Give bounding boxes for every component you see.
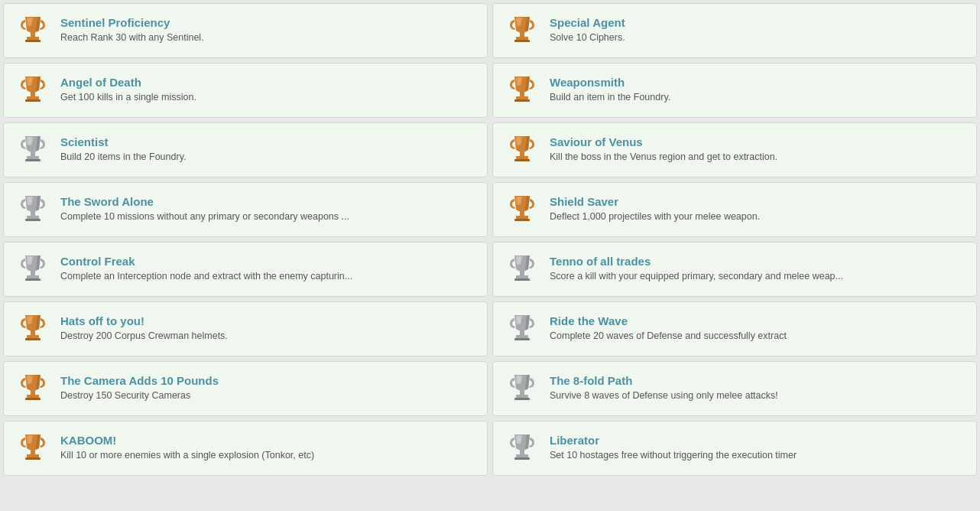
svg-rect-62 [514, 457, 530, 460]
achievement-desc-special-agent: Solve 10 Ciphers. [550, 31, 625, 45]
achievement-desc-the-sword-alone: Complete 10 missions without any primary… [60, 210, 349, 224]
svg-rect-0 [31, 31, 35, 37]
achievement-title-camera-adds-10-pounds: The Camera Adds 10 Pounds [60, 374, 219, 387]
achievement-the-sword-alone: The Sword Alone Complete 10 missions wit… [3, 182, 488, 237]
achievement-desc-kaboom: Kill 10 or more enemies with a single ex… [60, 449, 314, 463]
achievement-text-angel-of-death: Angel of Death Get 100 kills in a single… [60, 76, 196, 105]
svg-rect-46 [514, 338, 530, 340]
svg-point-27 [28, 197, 31, 203]
svg-rect-41 [27, 335, 39, 338]
achievement-title-the-8-fold-path: The 8-fold Path [550, 374, 778, 387]
achievement-text-sentinel-proficiency: Sentinel Proficiency Reach Rank 30 with … [60, 16, 204, 45]
achievement-special-agent: Special Agent Solve 10 Ciphers. [492, 3, 977, 58]
svg-rect-33 [27, 275, 39, 278]
svg-point-59 [28, 436, 31, 442]
achievement-desc-weaponsmith: Build an item in the Foundry. [550, 91, 670, 105]
achievement-control-freak: Control Freak Complete an Interception n… [3, 242, 488, 297]
trophy-icon-sentinel-proficiency [15, 12, 51, 49]
svg-rect-48 [31, 389, 35, 395]
achievement-text-saviour-of-venus: Saviour of Venus Kill the boss in the Ve… [550, 135, 777, 164]
svg-rect-42 [25, 338, 41, 340]
achievement-desc-control-freak: Complete an Interception node and extrac… [60, 270, 352, 284]
svg-rect-22 [514, 159, 530, 161]
achievement-title-tenno-of-all-trades: Tenno of all trades [550, 255, 843, 268]
trophy-icon-weaponsmith [504, 72, 540, 109]
svg-rect-45 [516, 335, 528, 338]
achievement-title-weaponsmith: Weaponsmith [550, 76, 670, 89]
achievement-text-hats-off-to-you: Hats off to you! Destroy 200 Corpus Crew… [60, 314, 228, 343]
trophy-icon-angel-of-death [15, 72, 51, 109]
trophy-icon-saviour-of-venus [504, 132, 540, 168]
svg-rect-18 [25, 159, 41, 161]
achievement-desc-angel-of-death: Get 100 kills in a single mission. [60, 91, 196, 105]
svg-rect-16 [31, 150, 35, 156]
svg-rect-37 [516, 275, 528, 278]
svg-rect-53 [516, 395, 528, 398]
achievement-text-weaponsmith: Weaponsmith Build an item in the Foundry… [550, 76, 670, 105]
achievement-title-kaboom: KABOOM! [60, 434, 314, 447]
achievement-text-kaboom: KABOOM! Kill 10 or more enemies with a s… [60, 434, 314, 463]
svg-rect-17 [27, 156, 39, 159]
svg-point-31 [518, 197, 521, 203]
achievement-shield-saver: Shield Saver Deflect 1,000 projectiles w… [492, 182, 977, 237]
svg-point-19 [28, 138, 31, 144]
svg-rect-6 [514, 40, 530, 42]
achievement-sentinel-proficiency: Sentinel Proficiency Reach Rank 30 with … [3, 3, 488, 58]
svg-rect-28 [520, 210, 524, 216]
achievement-title-ride-the-wave: Ride the Wave [550, 314, 787, 327]
svg-rect-60 [520, 448, 524, 454]
achievement-title-special-agent: Special Agent [550, 16, 625, 29]
svg-point-39 [518, 257, 521, 263]
svg-rect-38 [514, 278, 530, 281]
achievement-camera-adds-10-pounds: The Camera Adds 10 Pounds Destroy 150 Se… [3, 361, 488, 416]
achievement-desc-saviour-of-venus: Kill the boss in the Venus region and ge… [550, 151, 777, 164]
achievement-title-control-freak: Control Freak [60, 255, 352, 268]
svg-rect-9 [27, 96, 39, 99]
svg-rect-4 [520, 31, 524, 37]
svg-point-63 [518, 436, 521, 442]
trophy-icon-shield-saver [504, 191, 540, 228]
achievement-text-ride-the-wave: Ride the Wave Complete 20 waves of Defen… [550, 314, 787, 343]
achievement-weaponsmith: Weaponsmith Build an item in the Foundry… [492, 63, 977, 118]
svg-point-35 [28, 257, 31, 263]
trophy-icon-kaboom [15, 430, 51, 467]
svg-rect-50 [25, 398, 41, 400]
svg-rect-13 [516, 96, 528, 99]
svg-point-11 [28, 78, 31, 84]
svg-rect-54 [514, 398, 530, 400]
achievement-kaboom: KABOOM! Kill 10 or more enemies with a s… [3, 421, 488, 476]
svg-point-15 [518, 78, 521, 84]
achievement-desc-liberator: Set 10 hostages free without triggering … [550, 449, 797, 463]
achievement-angel-of-death: Angel of Death Get 100 kills in a single… [3, 63, 488, 118]
achievement-title-scientist: Scientist [60, 135, 186, 148]
achievement-title-liberator: Liberator [550, 434, 797, 447]
achievement-desc-ride-the-wave: Complete 20 waves of Defense and success… [550, 330, 787, 343]
svg-point-23 [518, 138, 521, 144]
svg-point-43 [28, 317, 31, 323]
achievement-desc-tenno-of-all-trades: Score a kill with your equipped primary,… [550, 270, 843, 284]
achievement-title-the-sword-alone: The Sword Alone [60, 195, 349, 208]
achievement-text-scientist: Scientist Build 20 items in the Foundry. [60, 135, 186, 164]
trophy-icon-liberator [504, 430, 540, 467]
achievement-title-shield-saver: Shield Saver [550, 195, 760, 208]
achievement-liberator: Liberator Set 10 hostages free without t… [492, 421, 977, 476]
achievement-tenno-of-all-trades: Tenno of all trades Score a kill with yo… [492, 242, 977, 297]
svg-rect-49 [27, 395, 39, 398]
svg-rect-58 [25, 457, 41, 460]
svg-rect-8 [31, 90, 35, 96]
achievement-text-liberator: Liberator Set 10 hostages free without t… [550, 434, 797, 463]
svg-point-51 [28, 376, 31, 382]
achievement-desc-hats-off-to-you: Destroy 200 Corpus Crewman helmets. [60, 330, 228, 343]
svg-rect-24 [31, 210, 35, 216]
svg-point-55 [518, 376, 521, 382]
achievement-saviour-of-venus: Saviour of Venus Kill the boss in the Ve… [492, 122, 977, 177]
svg-rect-52 [520, 389, 524, 395]
achievement-text-the-sword-alone: The Sword Alone Complete 10 missions wit… [60, 195, 349, 224]
svg-rect-12 [520, 90, 524, 96]
svg-rect-5 [516, 37, 528, 40]
trophy-icon-hats-off-to-you [15, 311, 51, 347]
achievement-text-special-agent: Special Agent Solve 10 Ciphers. [550, 16, 625, 45]
achievements-grid: Sentinel Proficiency Reach Rank 30 with … [3, 3, 977, 476]
svg-rect-61 [516, 454, 528, 457]
trophy-icon-tenno-of-all-trades [504, 251, 540, 288]
